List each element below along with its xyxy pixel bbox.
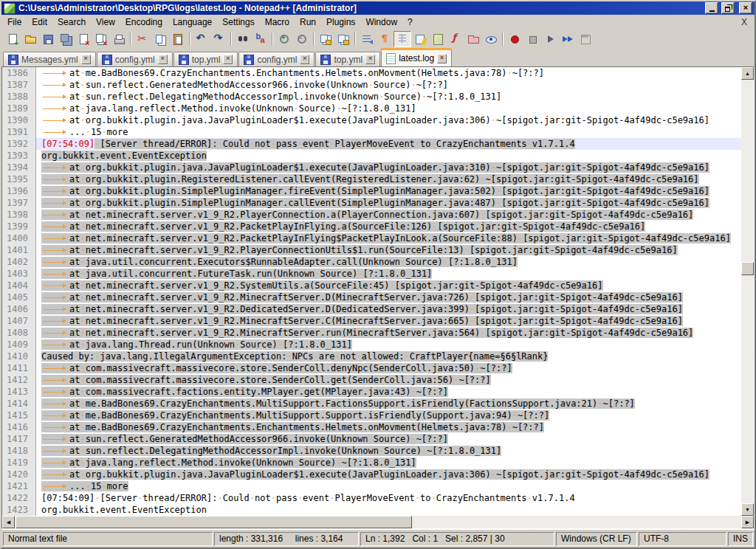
tab-close-icon[interactable]: × — [437, 54, 447, 63]
macro-save-button[interactable] — [577, 31, 594, 47]
log-line-1407[interactable]: 1407at·net.minecraft.server.v1_9_R2.Mine… — [2, 315, 741, 327]
log-line-1418[interactable]: 1418at·sun.reflect.DelegatingMethodAcces… — [2, 445, 741, 457]
log-line-1423[interactable]: 1423org.bukkit.event.EventException — [2, 504, 741, 516]
log-line-1400[interactable]: 1400at·net.minecraft.server.v1_9_R2.Pack… — [2, 232, 741, 244]
log-line-1416[interactable]: 1416at·me.BadBones69.CrazyEnchantments.E… — [2, 421, 741, 433]
macro-record-button[interactable] — [506, 31, 523, 47]
log-line-1414[interactable]: 1414at·me.BadBones69.CrazyEnchantments.M… — [2, 398, 741, 410]
cut-button[interactable] — [134, 31, 151, 47]
menu-view[interactable]: View — [91, 15, 120, 29]
tab-top-yml[interactable]: top.yml× — [315, 52, 380, 66]
log-line-1419[interactable]: 1419at·java.lang.reflect.Method.invoke(U… — [2, 457, 741, 469]
log-line-1401[interactable]: 1401at·net.minecraft.server.v1_9_R2.Play… — [2, 244, 741, 256]
menu-macro[interactable]: Macro — [260, 15, 295, 29]
menu-window[interactable]: Window — [360, 15, 402, 29]
log-line-1388[interactable]: 1388at·sun.reflect.DelegatingMethodAcces… — [2, 91, 741, 103]
log-line-1386[interactable]: 1386at·me.BadBones69.CrazyEnchantments.E… — [2, 67, 741, 79]
menubar-close-document-icon[interactable]: X — [741, 17, 755, 27]
menu-search[interactable]: Search — [52, 15, 91, 29]
horizontal-scroll-track[interactable] — [15, 516, 741, 528]
log-line-1398[interactable]: 1398at·net.minecraft.server.v1_9_R2.Play… — [2, 209, 741, 221]
log-line-1421[interactable]: 1421...·15·more — [2, 480, 741, 492]
paste-button[interactable] — [169, 31, 187, 47]
menu-encoding[interactable]: Encoding — [120, 15, 168, 29]
horizontal-scrollbar[interactable]: ◀ ▶ — [2, 516, 754, 528]
log-line-1420[interactable]: 1420at·org.bukkit.plugin.java.JavaPlugin… — [2, 469, 741, 480]
log-line-1389[interactable]: 1389at·java.lang.reflect.Method.invoke(U… — [2, 103, 741, 114]
tab-latest-log[interactable]: latest.log× — [381, 48, 452, 66]
save-all-button[interactable] — [57, 31, 75, 47]
tab-top-yml[interactable]: top.yml× — [173, 52, 238, 66]
menu-run[interactable]: Run — [295, 15, 321, 29]
log-line-1408[interactable]: 1408at·net.minecraft.server.v1_9_R2.Mine… — [2, 327, 741, 339]
save-file-button[interactable] — [39, 31, 57, 47]
log-line-1390[interactable]: 1390at·org.bukkit.plugin.java.JavaPlugin… — [2, 114, 741, 126]
sync-horizontal-scroll-button[interactable] — [334, 31, 352, 47]
menu-file[interactable]: File — [2, 15, 27, 29]
tab-close-icon[interactable]: × — [158, 55, 168, 64]
log-line-1392[interactable]: 1392[07:54:09]·[Server·thread/ERROR]:·Co… — [2, 138, 741, 150]
tab-config-yml[interactable]: config.yml× — [97, 52, 173, 66]
menu-plugins[interactable]: Plugins — [321, 15, 360, 29]
undo-button[interactable] — [193, 31, 210, 47]
log-line-1403[interactable]: 1403at·java.util.concurrent.FutureTask.r… — [2, 268, 741, 280]
tab-close-icon[interactable]: × — [365, 55, 375, 64]
close-all-button[interactable] — [92, 31, 110, 47]
close-button[interactable] — [739, 2, 752, 14]
editor[interactable]: 1386at·me.BadBones69.CrazyEnchantments.E… — [1, 66, 755, 529]
log-line-1393[interactable]: 1393org.bukkit.event.EventException — [2, 150, 741, 162]
log-line-1402[interactable]: 1402at·java.util.concurrent.Executors$Ru… — [2, 256, 741, 268]
log-line-1413[interactable]: 1413at·com.massivecraft.factions.entity.… — [2, 386, 741, 398]
restore-button[interactable] — [721, 2, 735, 14]
tab-close-icon[interactable]: × — [300, 55, 309, 64]
scroll-right-icon[interactable]: ▶ — [741, 516, 754, 528]
log-line-1397[interactable]: 1397at·org.bukkit.plugin.SimplePluginMan… — [2, 197, 741, 209]
document-map-button[interactable] — [429, 31, 447, 47]
show-all-characters-button[interactable] — [376, 31, 394, 47]
zoom-in-button[interactable] — [275, 31, 293, 47]
find-button[interactable] — [234, 31, 252, 47]
log-line-1396[interactable]: 1396at·org.bukkit.plugin.SimplePluginMan… — [2, 185, 741, 197]
sync-vertical-scroll-button[interactable] — [317, 31, 334, 47]
open-file-button[interactable] — [21, 31, 39, 47]
vertical-scroll-thumb[interactable] — [741, 262, 754, 275]
copy-button[interactable] — [151, 31, 169, 47]
log-line-1394[interactable]: 1394at·org.bukkit.plugin.java.JavaPlugin… — [2, 162, 741, 173]
tab-close-icon[interactable]: × — [81, 55, 91, 64]
log-line-1411[interactable]: 1411at·com.massivecraft.massivecore.stor… — [2, 362, 741, 374]
new-file-button[interactable] — [4, 31, 21, 47]
tab-config-yml[interactable]: config.yml× — [238, 52, 315, 66]
scroll-up-icon[interactable]: ▲ — [741, 67, 754, 80]
show-indent-guide-button[interactable] — [394, 31, 411, 47]
scroll-down-icon[interactable]: ▼ — [741, 503, 754, 516]
print-button[interactable] — [110, 31, 128, 47]
log-line-1417[interactable]: 1417at·sun.reflect.GeneratedMethodAccess… — [2, 433, 741, 445]
log-line-1410[interactable]: 1410Caused·by:·java.lang.IllegalArgument… — [2, 351, 741, 362]
log-line-1404[interactable]: 1404at·net.minecraft.server.v1_9_R2.Syst… — [2, 280, 741, 291]
log-line-1409[interactable]: 1409at·java.lang.Thread.run(Unknown·Sour… — [2, 339, 741, 351]
menu-language[interactable]: Language — [168, 15, 217, 29]
log-line-1405[interactable]: 1405at·net.minecraft.server.v1_9_R2.Mine… — [2, 291, 741, 303]
horizontal-scroll-thumb[interactable] — [16, 516, 412, 528]
log-line-1415[interactable]: 1415at·me.BadBones69.CrazyEnchantments.M… — [2, 410, 741, 421]
macro-stop-button[interactable] — [523, 31, 541, 47]
menu-edit[interactable]: Edit — [27, 15, 52, 29]
menu-settings[interactable]: Settings — [217, 15, 259, 29]
log-line-1422[interactable]: 1422[07:54:09]·[Server·thread/ERROR]:·Co… — [2, 492, 741, 504]
word-wrap-button[interactable] — [358, 31, 376, 47]
tab-close-icon[interactable]: × — [223, 55, 233, 64]
function-list-button[interactable] — [447, 31, 464, 47]
editor-lines[interactable]: 1386at·me.BadBones69.CrazyEnchantments.E… — [2, 67, 741, 516]
macro-play-button[interactable] — [541, 31, 559, 47]
redo-button[interactable] — [210, 31, 228, 47]
vertical-scroll-track[interactable] — [741, 80, 754, 503]
zoom-out-button[interactable] — [293, 31, 311, 47]
menu-help[interactable]: ? — [402, 15, 418, 29]
replace-button[interactable] — [252, 31, 269, 47]
log-line-1412[interactable]: 1412at·com.massivecraft.massivecore.stor… — [2, 374, 741, 386]
folder-as-workspace-button[interactable] — [464, 31, 482, 47]
log-line-1406[interactable]: 1406at·net.minecraft.server.v1_9_R2.Dedi… — [2, 303, 741, 315]
log-line-1395[interactable]: 1395at·org.bukkit.plugin.RegisteredListe… — [2, 173, 741, 185]
vertical-scrollbar[interactable]: ▲ ▼ — [741, 67, 754, 516]
tab-messages-yml[interactable]: Messages.yml× — [3, 52, 96, 66]
